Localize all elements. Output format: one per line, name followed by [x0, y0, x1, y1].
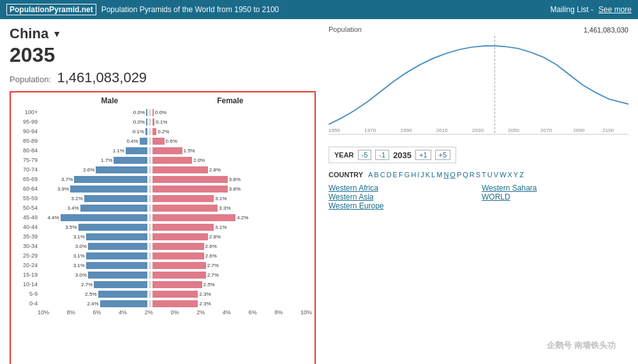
age-label: 30-34	[13, 243, 38, 249]
female-bar-container: 1.5%	[152, 147, 261, 154]
age-label: 35-39	[13, 233, 38, 240]
right-panel: Population 1,461,083,030 1950 1970 1990 …	[329, 25, 628, 358]
country-controls: COUNTRY ABCDEFGHIJKLMNOPQRSTUVWXYZ Weste…	[329, 171, 628, 210]
svg-text:1990: 1990	[400, 127, 412, 133]
male-pct-label: 3.4%	[66, 205, 80, 211]
dropdown-arrow-icon[interactable]: ▼	[52, 29, 61, 39]
country-letter-T[interactable]: T	[482, 171, 486, 178]
country-letter-C[interactable]: C	[380, 171, 385, 178]
minus5-button[interactable]: -5	[358, 150, 372, 160]
country-letter-H[interactable]: H	[411, 171, 416, 178]
plus1-button[interactable]: +1	[415, 150, 431, 160]
female-pct-label: 3.1%	[214, 224, 228, 230]
male-pct-label: 0.0%	[132, 119, 146, 125]
pyramid-row: 10-14 2.7% 2.5%	[13, 280, 312, 289]
header-title: Population Pyramids of the World from 19…	[101, 5, 279, 14]
female-bar-container: 4.2%	[152, 214, 261, 221]
pyramid-row: 100+ 0.0% 0.0%	[13, 108, 312, 117]
country-letter-V[interactable]: V	[494, 171, 498, 178]
country-link[interactable]: WORLD	[482, 193, 628, 201]
male-bar-container: 2.5%	[39, 291, 147, 298]
country-letter-W[interactable]: W	[500, 171, 506, 178]
pyramid-row: 55-59 3.2% 3.1%	[13, 194, 312, 203]
site-logo[interactable]: PopulationPyramid.net	[6, 4, 96, 15]
country-letter-E[interactable]: E	[393, 171, 397, 178]
country-letter-S[interactable]: S	[476, 171, 480, 178]
minus1-button[interactable]: -1	[375, 150, 389, 160]
country-letter-J[interactable]: J	[420, 171, 424, 178]
male-bar	[86, 233, 147, 240]
country-letter-F[interactable]: F	[399, 171, 403, 178]
age-label: 65-69	[13, 176, 38, 182]
population-value: 1,461,083,029	[57, 69, 147, 85]
pyramid-row: 85-89 0.4% 0.6%	[13, 136, 312, 145]
age-label: 10-14	[13, 281, 38, 288]
country-letter-A[interactable]: A	[368, 171, 373, 178]
country-letter-R[interactable]: R	[470, 171, 475, 178]
female-bar-container: 2.8%	[152, 166, 261, 173]
female-label: Female	[217, 96, 243, 105]
pyramid-container: Male Female 100+ 0.0% 0.0% 95-99 0.0%	[10, 91, 316, 364]
pyramid-chart: 100+ 0.0% 0.0% 95-99 0.0% 0.1% 90-94	[13, 108, 312, 308]
country-letter-I[interactable]: I	[417, 171, 419, 178]
main-content: China ▼ 2035 Population: 1,461,083,029 M…	[0, 19, 638, 364]
country-letter-B[interactable]: B	[374, 171, 378, 178]
female-pct-label: 3.1%	[214, 196, 228, 201]
male-bar	[70, 186, 147, 193]
country-link[interactable]: Western Europe	[329, 201, 475, 210]
see-more-link[interactable]: See more	[598, 5, 632, 14]
country-link[interactable]: Western Africa	[329, 184, 475, 193]
age-label: 15-19	[13, 272, 38, 278]
country-letter-D[interactable]: D	[387, 171, 392, 178]
svg-text:1970: 1970	[364, 127, 376, 133]
age-label: 25-29	[13, 252, 38, 259]
female-bar-container: 2.6%	[152, 252, 261, 259]
country-letter-P[interactable]: P	[457, 171, 461, 178]
female-bar-container: 0.0%	[152, 109, 261, 116]
male-bar-container: 3.9%	[39, 186, 147, 193]
male-pct-label: 1.1%	[112, 148, 126, 154]
country-letter-O[interactable]: O	[450, 171, 456, 178]
male-bar-container: 0.0%	[39, 109, 147, 116]
country-letter-L[interactable]: L	[431, 171, 435, 178]
country-link[interactable]: Western Sahara	[482, 184, 628, 193]
male-pct-label: 1.7%	[100, 157, 114, 163]
male-bar	[88, 272, 147, 279]
male-pct-label: 3.9%	[56, 186, 70, 192]
male-bar-container: 3.0%	[39, 243, 147, 250]
female-bar	[152, 157, 192, 164]
country-title: China ▼	[10, 25, 316, 42]
female-pct-label: 2.6%	[204, 253, 218, 259]
male-bar	[74, 176, 147, 183]
watermark: 企鹅号 南墙铁头功	[547, 340, 616, 351]
male-bar	[146, 119, 147, 126]
male-label: Male	[101, 96, 118, 105]
country-list: Western AfricaWestern AsiaWestern Europe…	[329, 184, 628, 210]
female-bar	[152, 300, 198, 307]
age-label: 95-99	[13, 119, 38, 125]
female-pct-label: 3.8%	[228, 186, 242, 192]
plus5-button[interactable]: +5	[435, 150, 451, 160]
country-letter-X[interactable]: X	[508, 171, 512, 178]
pyramid-row: 20-24 3.1% 2.7%	[13, 261, 312, 270]
country-letter-M[interactable]: M	[436, 171, 442, 178]
country-link[interactable]: Western Asia	[329, 193, 475, 201]
country-letter-U[interactable]: U	[487, 171, 493, 178]
pyramid-row: 5-9 2.5% 2.3%	[13, 289, 312, 298]
female-bar-container: 3.3%	[152, 205, 261, 212]
country-letter-Z[interactable]: Z	[519, 171, 524, 178]
country-letter-N[interactable]: N	[443, 171, 449, 178]
country-letter-Y[interactable]: Y	[514, 171, 518, 178]
svg-text:1950: 1950	[329, 127, 341, 133]
pyramid-row: 65-69 3.7% 3.8%	[13, 175, 312, 184]
male-bar	[94, 281, 147, 288]
country-letter-Q[interactable]: Q	[463, 171, 468, 178]
x-axis-label: 0%	[170, 309, 179, 316]
x-axis-label: 4%	[223, 309, 231, 316]
country-letter-G[interactable]: G	[404, 171, 410, 178]
age-label: 5-9	[13, 291, 38, 297]
pop-row: Population: 1,461,083,029	[10, 69, 316, 86]
x-axis-label: 6%	[93, 309, 101, 316]
pyramid-row: 60-64 3.9% 3.8%	[13, 184, 312, 193]
country-letter-K[interactable]: K	[426, 171, 430, 178]
